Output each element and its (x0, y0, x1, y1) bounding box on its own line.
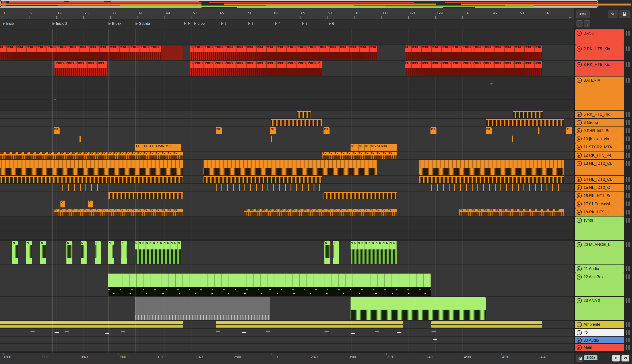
play-icon[interactable]: ▶ (577, 210, 582, 215)
clip[interactable]: RKRKRKRKRKRKRKRKRKRKRKRKRKRKRK (55, 61, 107, 76)
track-lane[interactable]: RKRKRKRKRKRKRKRKRKRKRKRKRKRKRKRKRKRKRKRK… (0, 152, 574, 159)
locator-flag[interactable]: Break (109, 22, 121, 26)
clip[interactable]: FH (216, 128, 222, 134)
play-icon[interactable]: ▶ (577, 177, 582, 182)
clip[interactable] (162, 46, 183, 60)
clip[interactable] (108, 192, 183, 199)
delete-button[interactable]: Del (576, 10, 589, 18)
clip[interactable]: RKRKRKRKRKRKRKRKRKRKRKRKRKRKRKRKRKRKRKRK… (190, 61, 322, 76)
clip[interactable]: STSTSTSTCR2_MTA (351, 144, 397, 150)
track-header[interactable]: ▶12 RK_HT5_Pe (575, 152, 624, 159)
fold-arrow-icon[interactable]: ▼ (577, 46, 582, 52)
clip[interactable]: N (333, 241, 339, 264)
clip[interactable] (431, 184, 564, 191)
group-icon[interactable]: ≡ (577, 120, 582, 125)
clip[interactable] (419, 176, 564, 183)
clip[interactable] (203, 160, 377, 175)
locator-flag[interactable]: 5 (302, 22, 308, 26)
clip[interactable]: N (121, 241, 127, 264)
clip[interactable]: N (324, 241, 330, 264)
clip[interactable] (351, 297, 486, 320)
track-lane[interactable] (0, 119, 574, 126)
clip[interactable]: FH (54, 128, 60, 134)
clip[interactable] (0, 321, 183, 328)
locator-flag[interactable]: 4 (275, 22, 281, 26)
clip[interactable] (62, 184, 101, 191)
locator-flag[interactable]: Inicio 2 (53, 22, 67, 26)
locator-flag[interactable]: Incio (3, 22, 14, 26)
play-icon[interactable]: ▶ (577, 136, 582, 142)
track-lane[interactable]: RKRKRKRKRKRKRKRKRKRKRKRKRKRKRKRKRKRKRKRK… (0, 208, 574, 216)
track-lane[interactable]: CC (0, 200, 574, 208)
track-lane[interactable] (0, 110, 574, 118)
arrangement-overview[interactable] (0, 0, 632, 8)
clip[interactable]: NNNNNNNNNNNNN (135, 241, 181, 264)
clip[interactable] (135, 297, 270, 320)
track-header[interactable]: ▶9 FHR_kit2_Br (575, 127, 624, 135)
clip[interactable]: N (81, 241, 87, 264)
play-icon[interactable]: ▶ (577, 345, 582, 350)
play-icon[interactable]: ▶ (577, 153, 582, 158)
height-zoom-button[interactable]: H (612, 355, 620, 362)
clip[interactable] (216, 184, 322, 191)
playback-speed-display[interactable]: 1.00x (584, 356, 597, 360)
group-icon[interactable]: ≡ (577, 31, 582, 36)
locator-flag[interactable]: drop (194, 22, 204, 26)
play-icon[interactable]: ▶ (577, 266, 582, 271)
fold-arrow-icon[interactable]: ▼ (577, 298, 582, 303)
clip[interactable] (419, 160, 564, 175)
track-lanes[interactable]: 2/1 RKRKRKRKRKRKRKRKRKRKRKRKRKRKRKRKRKRK… (0, 30, 574, 352)
clip[interactable] (0, 176, 183, 183)
clip[interactable] (203, 176, 322, 183)
clip[interactable]: N (108, 241, 114, 264)
fold-arrow-icon[interactable]: ▼ (577, 62, 582, 67)
track-header[interactable]: ▶5 RK_HT1_Rid (575, 110, 624, 118)
play-icon[interactable]: ▶ (577, 193, 582, 198)
track-header[interactable]: ▶33 Audio (575, 336, 624, 343)
nav-back-button[interactable]: ← (576, 20, 583, 26)
play-icon[interactable]: ▶ (577, 145, 582, 150)
track-lane[interactable]: NNNNNNNNNNNNNNNNNNNNNNNNNNNNNNNNNNNN (0, 241, 574, 264)
clip[interactable]: STSTSTSTCR2_MTA (135, 144, 181, 150)
track-header[interactable]: ▶15 HL_IDT2_O (575, 184, 624, 192)
clip[interactable] (271, 119, 322, 126)
width-zoom-button[interactable]: W (621, 355, 629, 362)
clip[interactable] (216, 321, 403, 328)
track-lane[interactable]: RKRKRKRKRKRKRKRKRKRKRKRKRKRKRKRKRKRKRKRK… (0, 45, 574, 60)
track-header[interactable]: ▼23 ANA 2 (575, 297, 624, 320)
fold-arrow-icon[interactable]: ▼ (577, 274, 582, 280)
fold-arrow-icon[interactable]: ▼ (577, 242, 582, 247)
clip[interactable] (513, 111, 543, 118)
track-lane[interactable] (0, 76, 574, 110)
track-header[interactable]: ≡FX (575, 329, 624, 336)
clip[interactable]: RKRKRKRKRKRKRKRKRKRKRKRKRKRKRKRKRKRKRKRK… (244, 209, 397, 216)
track-lane[interactable] (0, 273, 574, 296)
clip[interactable]: FH (486, 128, 492, 134)
track-lane[interactable] (0, 135, 574, 143)
clip[interactable]: RKRKRKRKRKRKRKRKRKRKRKRKRKRKRKRKRKRKRKRK… (0, 46, 161, 60)
play-icon[interactable]: ▶ (577, 338, 582, 343)
locator-flag[interactable]: 3 (248, 22, 254, 26)
clip[interactable]: RKRKRKRKRKRKRKRKRKRKRKRKRKRKRKRKRKRKRKRK… (0, 152, 183, 159)
locator-flag[interactable] (188, 22, 190, 25)
clip[interactable]: N (95, 241, 101, 264)
lock-envelopes-icon[interactable] (619, 10, 630, 18)
track-header[interactable]: ≡BATERIA (575, 76, 624, 110)
track-header[interactable]: ▶17 01 Percussi (575, 200, 624, 208)
clip[interactable]: RKRKRKRKRKRKRKRKRKRKRKRKRKRKRKRKRKRKRKRK… (405, 61, 542, 76)
track-lane[interactable] (0, 297, 574, 320)
clip[interactable]: FH (431, 128, 437, 134)
clip[interactable] (431, 321, 542, 328)
clip[interactable]: N (26, 241, 32, 264)
clip[interactable]: N (40, 241, 46, 264)
track-lane[interactable]: FHFHFHFHFHFHFH (0, 127, 574, 135)
track-header[interactable]: ▼2 RK_HT5_Kic (575, 45, 624, 60)
clip[interactable] (0, 160, 183, 175)
clip[interactable]: RKRKRKRKRKRKRKRKRKRKRKRK (322, 152, 397, 159)
clip[interactable]: C (61, 200, 65, 208)
nav-forward-button[interactable]: → (584, 20, 590, 26)
play-icon[interactable]: ▶ (577, 185, 582, 190)
track-lane[interactable] (0, 176, 574, 183)
track-lane[interactable] (0, 184, 574, 192)
track-header[interactable]: ▼3 RK_HT5_Kic (575, 61, 624, 76)
